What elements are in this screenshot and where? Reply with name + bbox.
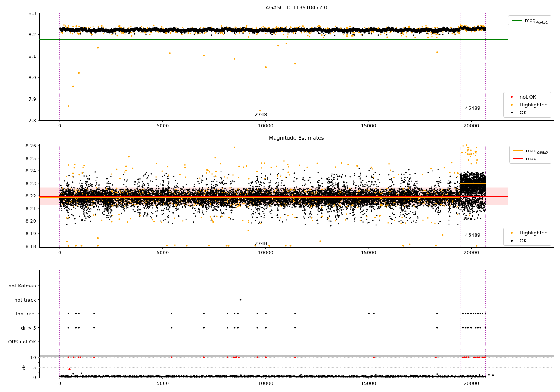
obsid-annotation: 46489 <box>465 105 480 111</box>
red-line-swatch <box>513 158 523 159</box>
y-tick-label: 8.18 <box>25 243 36 249</box>
orange-dot-swatch <box>511 232 513 234</box>
legend-entry: magAGASC <box>512 18 548 23</box>
legend-label: mag <box>526 156 537 161</box>
orange-dot-swatch <box>511 104 513 106</box>
legend-markers-plot1: not OK Highlighted OK <box>503 92 551 118</box>
y-tick-label: 8.0 <box>28 75 36 80</box>
black-dot-swatch <box>511 112 513 113</box>
x-tick-label: 20000 <box>464 123 479 128</box>
green-line-swatch <box>512 20 522 21</box>
obsid-annotation: 12748 <box>252 111 267 117</box>
legend-label: OK <box>520 238 527 243</box>
legend-entry: not OK <box>507 94 548 100</box>
x-tick-label: 15000 <box>361 380 376 386</box>
category-label: not Kalman <box>9 283 36 289</box>
x-tick-label: 20000 <box>464 250 479 255</box>
red-dot-swatch <box>511 96 513 98</box>
obsid-annotation: 46489 <box>465 232 480 238</box>
obsid-annotation: 12748 <box>252 240 267 246</box>
y-tick-label: 8.21 <box>25 205 36 211</box>
figure: AGASC ID 113910472.0 Magnitude Estimates… <box>0 0 560 392</box>
y-tick-label: 8.1 <box>28 53 36 59</box>
legend-label: magOBSID <box>526 148 548 153</box>
legend-lines-plot2: magOBSID mag <box>509 146 551 164</box>
dr-tick-label: 10 <box>30 355 36 360</box>
legend-entry: mag <box>513 156 548 161</box>
legend-entry: Highlighted <box>507 230 548 236</box>
y-tick-label: 8.23 <box>25 180 36 186</box>
x-tick-label: 10000 <box>258 123 273 128</box>
category-label: OBS not OK <box>8 339 37 345</box>
plot2-title: Magnitude Estimates <box>39 135 554 141</box>
x-tick-label: 0 <box>58 380 61 386</box>
y-tick-label: 8.22 <box>25 193 36 199</box>
x-tick-label: 10000 <box>258 250 273 255</box>
y-tick-label: 7.9 <box>28 96 36 102</box>
legend-entry: Highlighted <box>507 102 548 108</box>
category-label: dr > 5 <box>21 325 36 330</box>
legend-label: OK <box>520 110 527 115</box>
legend-label: magAGASC <box>525 18 548 23</box>
legend-entry: magOBSID <box>513 148 548 153</box>
y-tick-label: 8.25 <box>25 155 36 161</box>
plots-canvas <box>0 0 560 392</box>
x-tick-label: 15000 <box>361 250 376 255</box>
x-tick-label: 15000 <box>361 123 376 128</box>
x-tick-label: 5000 <box>156 380 169 386</box>
y-tick-label: 8.24 <box>25 168 36 174</box>
legend-entry: OK <box>507 110 548 115</box>
y-tick-label: 8.2 <box>28 32 36 37</box>
dr-axis-label: dr <box>21 365 27 370</box>
category-label: not track <box>14 297 36 302</box>
x-tick-label: 0 <box>58 123 61 128</box>
x-tick-label: 20000 <box>464 380 479 386</box>
y-tick-label: 8.3 <box>28 10 36 16</box>
legend-entry: OK <box>507 238 548 243</box>
legend-markers-plot2: Highlighted OK <box>503 228 551 246</box>
x-tick-label: 5000 <box>156 123 169 128</box>
x-tick-label: 5000 <box>156 250 169 255</box>
plot1-title: AGASC ID 113910472.0 <box>39 4 554 10</box>
legend-label: Highlighted <box>520 230 548 236</box>
x-tick-label: 10000 <box>258 380 273 386</box>
x-tick-label: 0 <box>58 250 61 255</box>
dr-tick-label: 5 <box>33 364 36 370</box>
y-tick-label: 8.26 <box>25 143 36 149</box>
legend-mag-agasc: magAGASC <box>508 15 551 25</box>
orange-line-swatch <box>513 150 523 151</box>
y-tick-label: 8.19 <box>25 231 36 236</box>
category-label: Ion. rad. <box>16 311 36 317</box>
y-tick-label: 7.8 <box>28 118 36 123</box>
y-tick-label: 8.20 <box>25 218 36 224</box>
legend-label: Highlighted <box>520 102 548 108</box>
dr-tick-label: 0 <box>33 374 36 380</box>
legend-label: not OK <box>520 94 536 100</box>
black-dot-swatch <box>511 240 513 242</box>
